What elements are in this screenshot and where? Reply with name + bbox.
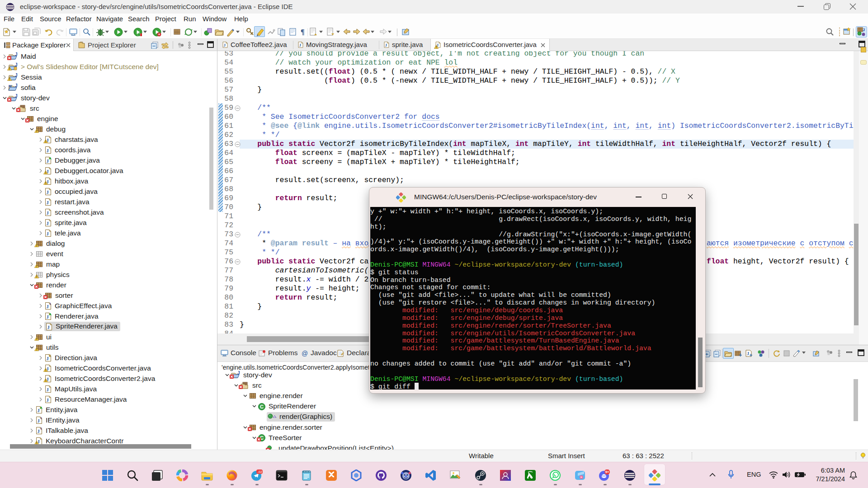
svg-text:I: I	[50, 302, 51, 306]
svg-text:J: J	[15, 63, 18, 67]
svg-text:J: J	[46, 200, 49, 205]
svg-text:@: @	[302, 350, 308, 357]
svg-text:J: J	[15, 73, 18, 78]
svg-text:J: J	[46, 304, 49, 309]
svg-text:J: J	[46, 148, 49, 153]
svg-text:J: J	[37, 428, 40, 434]
svg-text:J: J	[46, 397, 49, 403]
svg-text:..02: ..02	[257, 470, 262, 474]
svg-text:A: A	[49, 156, 52, 160]
svg-text:J: J	[15, 52, 18, 57]
svg-text:¶: ¶	[301, 28, 305, 36]
svg-text:J: J	[237, 371, 240, 375]
svg-text:J: J	[299, 43, 301, 47]
svg-text:J: J	[46, 231, 49, 236]
svg-text:J: J	[46, 387, 49, 392]
svg-text:J: J	[37, 418, 40, 423]
svg-text:J: J	[223, 43, 226, 47]
svg-text:J: J	[47, 324, 50, 329]
svg-text:9+: 9+	[605, 470, 609, 474]
svg-text:A: A	[49, 312, 52, 316]
svg-text:J: J	[46, 210, 49, 216]
svg-text:J: J	[15, 94, 18, 99]
svg-text:J: J	[46, 221, 49, 226]
svg-text:J: J	[385, 43, 387, 47]
svg-text:A: A	[40, 406, 42, 410]
svg-text:C: C	[260, 404, 264, 409]
svg-text:J: J	[747, 351, 749, 356]
svg-text:M: M	[9, 84, 12, 88]
svg-text:I: I	[41, 416, 42, 420]
svg-text:I: I	[41, 427, 42, 431]
svg-text:E: E	[49, 354, 52, 358]
svg-text:J: J	[863, 28, 865, 32]
svg-text:J: J	[46, 189, 49, 195]
svg-text:J: J	[15, 84, 18, 88]
